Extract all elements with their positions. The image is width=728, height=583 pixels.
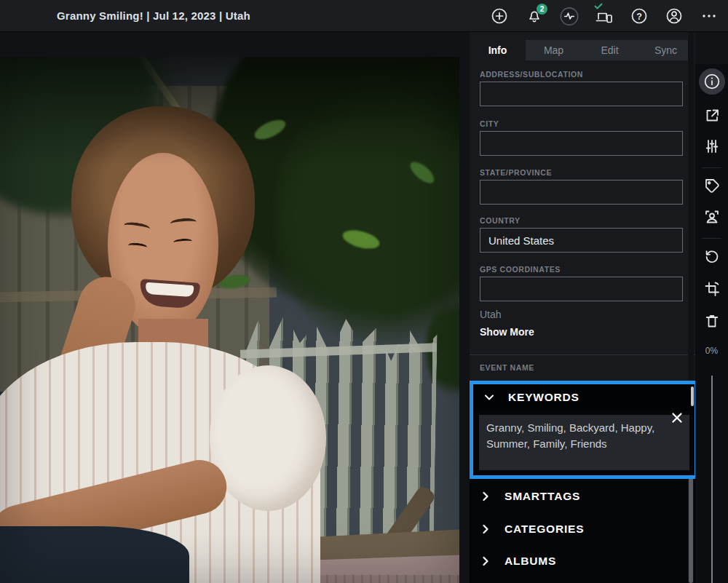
chevron-right-icon [480,491,491,502]
sync-complete-check-icon [594,3,603,9]
tag-icon [703,177,721,194]
toolbar-separator [702,238,721,239]
info-panel: Info Map Edit Sync ADDRESS/SUBLOCATION C… [470,32,695,583]
rotate-button[interactable] [695,244,728,270]
photo [0,57,459,583]
open-external-button[interactable] [695,103,728,129]
notifications-button[interactable]: 2 [523,3,546,29]
crop-rotate-icon [703,280,721,298]
toolbar-separator [702,167,721,168]
chevron-right-icon [480,555,491,567]
notification-badge: 2 [537,4,547,15]
face-recognition-icon [703,208,721,226]
tab-sync[interactable]: Sync [638,40,694,60]
gps-label: GPS COORDINATES [480,265,695,274]
face-recognition-button[interactable] [695,204,728,230]
more-button[interactable] [697,3,721,29]
app-window: Granny Smiling! | Jul 12, 2023 | Utah 2 [0,0,728,583]
photo-viewer [0,32,470,583]
tag-button[interactable] [695,172,728,199]
adjustments-icon [703,138,721,155]
panel-scrollbar-thumb[interactable] [689,474,693,583]
info-button[interactable] [695,68,728,95]
field-country: COUNTRY [470,216,695,225]
help-icon: ? [630,7,649,25]
trash-icon [703,312,721,330]
section-albums[interactable]: ALBUMS [470,547,685,576]
section-categories[interactable]: CATEGORIES [470,515,685,544]
show-more-link[interactable]: Show More [480,326,534,338]
city-label: CITY [480,119,695,128]
state-input[interactable] [480,180,683,205]
tab-info[interactable]: Info [470,40,526,60]
field-gps: GPS COORDINATES [470,265,695,274]
state-label: STATE/PROVINCE [480,168,695,177]
info-icon [703,72,721,91]
keywords-title: KEYWORDS [508,391,579,404]
activity-button[interactable] [558,3,581,29]
keywords-scrollbar-thumb[interactable] [691,386,694,406]
field-state: STATE/PROVINCE [470,168,695,177]
field-city: CITY [470,119,695,128]
clear-keywords-button[interactable] [668,409,686,429]
keywords-input[interactable]: Granny, Smiling, Backyard, Happy, Summer… [479,415,689,470]
categories-label: CATEGORIES [505,523,584,536]
adjustments-button[interactable] [695,133,728,159]
open-external-icon [703,107,721,124]
zoom-slider-track[interactable] [711,376,713,583]
delete-button[interactable] [695,308,728,334]
chevron-right-icon [480,523,491,535]
gps-input[interactable] [480,277,683,301]
tab-edit[interactable]: Edit [582,40,638,60]
zoom-level-label: 0% [695,346,728,356]
panel-scrollbar[interactable] [688,32,694,583]
event-name-label: EVENT NAME [480,363,534,372]
add-button[interactable] [488,3,511,29]
panel-divider [470,354,695,355]
keywords-header[interactable]: KEYWORDS [473,384,695,411]
photo-title: Granny Smiling! | Jul 12, 2023 | Utah [57,9,250,22]
location-hint: Utah [480,309,502,320]
section-smarttags[interactable]: SMARTTAGS [470,482,685,511]
activity-icon [558,4,581,28]
chevron-down-icon [483,392,495,403]
top-bar: Granny Smiling! | Jul 12, 2023 | Utah 2 [0,0,728,32]
devices-sync-button[interactable] [593,3,616,29]
close-icon [670,411,684,425]
country-label: COUNTRY [480,216,695,225]
svg-text:?: ? [636,12,642,22]
ellipsis-icon [701,7,717,25]
address-label: ADDRESS/SUBLOCATION [480,70,695,79]
country-input[interactable] [480,228,683,253]
panel-tabs: Info Map Edit Sync [470,40,694,60]
city-input[interactable] [480,131,683,156]
address-input[interactable] [480,82,683,106]
field-address: ADDRESS/SUBLOCATION [470,70,695,79]
right-toolbar: 0% [695,64,728,583]
plus-circle-icon [490,7,509,25]
albums-label: ALBUMS [505,555,556,568]
crop-rotate-button[interactable] [695,276,728,302]
account-icon [665,7,684,25]
keywords-section: KEYWORDS Granny, Smiling, Backyard, Happ… [470,381,698,479]
main-area: Info Map Edit Sync ADDRESS/SUBLOCATION C… [0,32,728,583]
smarttags-label: SMARTTAGS [505,490,580,503]
rotate-icon [703,248,721,266]
help-button[interactable]: ? [628,3,651,29]
account-button[interactable] [662,3,686,29]
tab-map[interactable]: Map [526,40,582,60]
top-bar-actions: 2 ? [488,0,721,32]
